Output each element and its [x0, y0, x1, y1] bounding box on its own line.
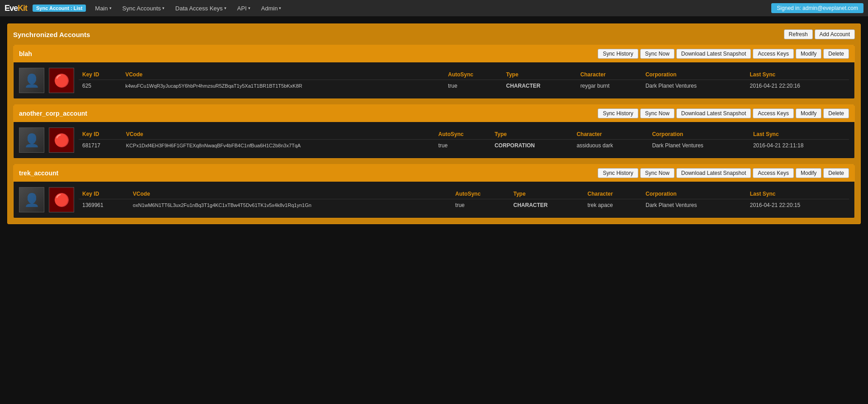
page-title: Synchronized Accounts: [13, 31, 90, 38]
cell-character: assiduous dark: [573, 139, 648, 151]
table-row: 1369961 oxN1wM6N1TT6L3ux2Fu1nBq3T1g4KC1x…: [79, 199, 849, 211]
delete-button-blah[interactable]: Delete: [823, 49, 849, 59]
nav-item-data-access-keys[interactable]: Data Access Keys ▾: [171, 0, 231, 16]
sync-history-button-corp[interactable]: Sync History: [598, 108, 638, 118]
account-data-table-trek: Key ID VCode AutoSync Type Character Cor…: [79, 189, 849, 211]
sync-history-button-trek[interactable]: Sync History: [598, 168, 638, 178]
cell-last-sync: 2016-04-21 22:11:18: [750, 139, 849, 151]
avatar-char-corp: [19, 127, 44, 153]
col-autosync: AutoSync: [452, 189, 509, 199]
download-snapshot-button-trek[interactable]: Download Latest Snapshot: [676, 168, 751, 178]
modify-button-blah[interactable]: Modify: [796, 49, 821, 59]
nav-item-main[interactable]: Main ▾: [90, 0, 116, 16]
delete-button-trek[interactable]: Delete: [823, 168, 849, 178]
access-keys-button-corp[interactable]: Access Keys: [753, 108, 794, 118]
avatar-corp-trek: [49, 187, 74, 212]
access-keys-button-blah[interactable]: Access Keys: [753, 49, 794, 59]
cell-type: CHARACTER: [502, 80, 576, 92]
nav-item-admin[interactable]: Admin ▾: [257, 0, 286, 16]
account-card-header-corp: another_corp_account Sync History Sync N…: [14, 105, 854, 122]
avatar-corp-blah: [49, 68, 74, 93]
avatar-char-blah: [19, 68, 44, 93]
col-last-sync: Last Sync: [746, 70, 849, 80]
cell-key-id: 625: [79, 80, 122, 92]
nav-badge: Sync Account : List: [33, 5, 86, 12]
chevron-down-icon: ▾: [248, 6, 250, 10]
account-table-wrap-blah: Key ID VCode AutoSync Type Character Cor…: [14, 62, 854, 99]
cell-corporation: Dark Planet Ventures: [648, 139, 749, 151]
account-row-corp: Key ID VCode AutoSync Type Character Cor…: [19, 127, 849, 153]
chevron-down-icon: ▾: [162, 6, 165, 10]
nav-item-api[interactable]: API ▾: [233, 0, 255, 16]
download-snapshot-button-corp[interactable]: Download Latest Snapshot: [676, 108, 751, 118]
col-character: Character: [584, 189, 642, 199]
account-name-corp: another_corp_account: [19, 110, 87, 117]
account-card-blah: blah Sync History Sync Now Download Late…: [13, 45, 855, 99]
col-type: Type: [491, 129, 573, 140]
account-card-header-trek: trek_account Sync History Sync Now Downl…: [14, 164, 854, 182]
col-corporation: Corporation: [642, 189, 746, 199]
account-name-trek: trek_account: [19, 169, 58, 177]
sync-history-button-blah[interactable]: Sync History: [598, 49, 638, 59]
col-autosync: AutoSync: [435, 129, 491, 140]
cell-corporation: Dark Planet Ventures: [642, 199, 746, 211]
refresh-button[interactable]: Refresh: [784, 29, 813, 39]
outer-panel-header: Synchronized Accounts Refresh Add Accoun…: [13, 29, 855, 39]
sync-now-button-trek[interactable]: Sync Now: [640, 168, 675, 178]
modify-button-corp[interactable]: Modify: [796, 108, 821, 118]
account-actions-blah: Sync History Sync Now Download Latest Sn…: [598, 49, 849, 59]
outer-panel: Synchronized Accounts Refresh Add Accoun…: [7, 23, 861, 224]
avatar-char-trek: [19, 187, 44, 212]
download-snapshot-button-blah[interactable]: Download Latest Snapshot: [676, 49, 751, 59]
cell-character: reygar burnt: [577, 80, 642, 92]
col-autosync: AutoSync: [444, 70, 503, 80]
cell-vcode: oxN1wM6N1TT6L3ux2Fu1nBq3T1g4KC1xTBw4T5Dv…: [129, 199, 452, 211]
account-row-trek: Key ID VCode AutoSync Type Character Cor…: [19, 187, 849, 212]
account-card-header-blah: blah Sync History Sync Now Download Late…: [14, 45, 854, 62]
account-row-blah: Key ID VCode AutoSync Type Character Cor…: [19, 68, 849, 93]
account-name-blah: blah: [19, 50, 32, 57]
signed-in-button[interactable]: Signed in: admin@eveplanet.com: [771, 3, 863, 13]
avatar-corp-corp: [49, 127, 74, 153]
col-character: Character: [573, 129, 648, 140]
outer-panel-actions: Refresh Add Account: [784, 29, 855, 39]
chevron-down-icon: ▾: [109, 6, 112, 10]
account-table-wrap-corp: Key ID VCode AutoSync Type Character Cor…: [14, 122, 854, 158]
brand-eve: Eve: [5, 4, 18, 13]
col-type: Type: [509, 189, 584, 199]
navbar: EveKit Sync Account : List Main ▾ Sync A…: [0, 0, 868, 16]
delete-button-corp[interactable]: Delete: [823, 108, 849, 118]
cell-type: CHARACTER: [509, 199, 584, 211]
table-header-row: Key ID VCode AutoSync Type Character Cor…: [79, 189, 849, 199]
col-key-id: Key ID: [79, 70, 122, 80]
col-vcode: VCode: [129, 189, 452, 199]
cell-last-sync: 2016-04-21 22:20:16: [746, 80, 849, 92]
chevron-down-icon: ▾: [224, 6, 226, 10]
add-account-button[interactable]: Add Account: [815, 29, 855, 39]
sync-now-button-corp[interactable]: Sync Now: [640, 108, 675, 118]
table-header-row: Key ID VCode AutoSync Type Character Cor…: [79, 129, 849, 140]
col-vcode: VCode: [123, 129, 435, 140]
chevron-down-icon: ▾: [279, 6, 281, 10]
col-last-sync: Last Sync: [750, 129, 849, 140]
cell-key-id: 1369961: [79, 199, 129, 211]
brand-logo: EveKit: [5, 4, 27, 13]
account-card-corp: another_corp_account Sync History Sync N…: [13, 104, 855, 159]
main-content: Synchronized Accounts Refresh Add Accoun…: [0, 16, 868, 231]
col-key-id: Key ID: [79, 189, 129, 199]
table-row: 625 k4wuFCu1WqR3yJucap5Y6hbPr4hmzsuR5ZBq…: [79, 80, 849, 92]
account-data-table-corp: Key ID VCode AutoSync Type Character Cor…: [79, 129, 849, 151]
col-key-id: Key ID: [79, 129, 123, 140]
cell-vcode: k4wuFCu1WqR3yJucap5Y6hbPr4hmzsuR5ZBqaT1y…: [122, 80, 444, 92]
cell-type: CORPORATION: [491, 139, 573, 151]
modify-button-trek[interactable]: Modify: [796, 168, 821, 178]
account-data-table-blah: Key ID VCode AutoSync Type Character Cor…: [79, 70, 849, 92]
sync-now-button-blah[interactable]: Sync Now: [640, 49, 675, 59]
access-keys-button-trek[interactable]: Access Keys: [753, 168, 794, 178]
col-last-sync: Last Sync: [746, 189, 849, 199]
col-corporation: Corporation: [642, 70, 746, 80]
cell-autosync: true: [452, 199, 509, 211]
cell-key-id: 681717: [79, 139, 123, 151]
col-corporation: Corporation: [648, 129, 749, 140]
nav-item-sync-accounts[interactable]: Sync Accounts ▾: [118, 0, 169, 16]
